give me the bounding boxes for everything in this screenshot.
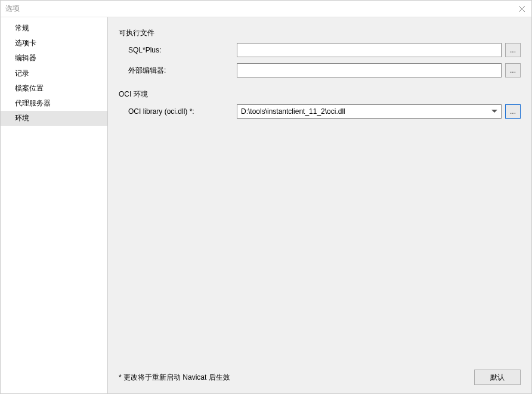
- sidebar-item-proxy[interactable]: 代理服务器: [1, 96, 107, 111]
- sidebar: 常规 选项卡 编辑器 记录 檔案位置 代理服务器 环境: [1, 17, 108, 393]
- external-editor-label: 外部编辑器:: [119, 66, 237, 76]
- external-editor-browse-button[interactable]: ...: [505, 63, 521, 77]
- sidebar-item-environment[interactable]: 环境: [1, 111, 107, 126]
- ellipsis-icon: ...: [510, 46, 516, 54]
- sqlplus-input-wrap: ...: [237, 43, 521, 57]
- close-icon: [518, 5, 525, 13]
- content-panel: 可执行文件 SQL*Plus: ... 外部编辑器:: [108, 17, 531, 393]
- sidebar-item-records[interactable]: 记录: [1, 66, 107, 81]
- ellipsis-icon: ...: [510, 66, 516, 75]
- options-dialog: 选项 常规 选项卡 编辑器 记录 檔案位置: [0, 0, 532, 394]
- sqlplus-row: SQL*Plus: ...: [119, 43, 521, 57]
- sidebar-item-tabs[interactable]: 选项卡: [1, 36, 107, 51]
- content-main: 可执行文件 SQL*Plus: ... 外部编辑器:: [119, 26, 521, 370]
- external-editor-input[interactable]: [237, 63, 502, 77]
- sidebar-item-general[interactable]: 常规: [1, 21, 107, 36]
- dialog-body: 常规 选项卡 编辑器 记录 檔案位置 代理服务器 环境 可执行文件: [1, 17, 531, 393]
- section-oci-header: OCI 环境: [119, 89, 521, 100]
- external-editor-row: 外部编辑器: ...: [119, 63, 521, 77]
- oci-library-combo[interactable]: D:\tools\instantclient_11_2\oci.dll: [237, 104, 502, 119]
- sidebar-item-label: 编辑器: [15, 54, 36, 62]
- sidebar-item-label: 代理服务器: [15, 99, 51, 107]
- oci-library-input-wrap: D:\tools\instantclient_11_2\oci.dll ...: [237, 104, 521, 119]
- default-button[interactable]: 默认: [474, 370, 521, 385]
- sqlplus-browse-button[interactable]: ...: [505, 43, 521, 57]
- oci-library-row: OCI library (oci.dll) *: D:\tools\instan…: [119, 104, 521, 119]
- sidebar-item-label: 记录: [15, 69, 29, 77]
- section-executable-header: 可执行文件: [119, 28, 521, 38]
- sidebar-item-label: 檔案位置: [15, 84, 44, 92]
- close-button[interactable]: [517, 4, 527, 14]
- titlebar: 选项: [1, 1, 531, 17]
- sidebar-item-file-location[interactable]: 檔案位置: [1, 81, 107, 96]
- sidebar-item-label: 环境: [15, 114, 29, 122]
- sqlplus-label: SQL*Plus:: [119, 46, 237, 54]
- external-editor-input-wrap: ...: [237, 63, 521, 77]
- sidebar-item-label: 选项卡: [15, 39, 36, 47]
- sqlplus-input[interactable]: [237, 43, 502, 57]
- footer-row: * 更改将于重新启动 Navicat 后生效 默认: [119, 370, 521, 385]
- ellipsis-icon: ...: [510, 107, 516, 116]
- oci-library-browse-button[interactable]: ...: [505, 104, 521, 119]
- restart-note: * 更改将于重新启动 Navicat 后生效: [119, 373, 230, 383]
- sidebar-item-label: 常规: [15, 24, 29, 32]
- window-title: 选项: [5, 4, 20, 14]
- oci-library-label: OCI library (oci.dll) *:: [119, 107, 237, 116]
- sidebar-item-editor[interactable]: 编辑器: [1, 51, 107, 66]
